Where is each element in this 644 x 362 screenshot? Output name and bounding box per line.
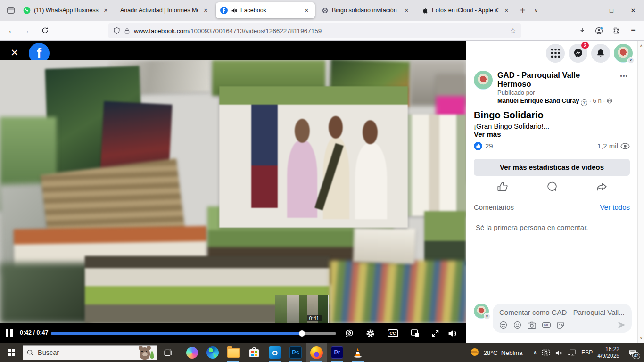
taskbar-copilot[interactable] (182, 343, 202, 362)
tab-icloud[interactable]: Fotos en iCloud - Apple iClou ✕ (417, 2, 515, 18)
taskbar-clock[interactable]: 16:22 4/9/2025 (597, 346, 619, 359)
scroll-down-icon[interactable]: ∨ (638, 336, 644, 340)
downloads-button[interactable] (575, 23, 590, 38)
tray-volume-icon[interactable] (555, 349, 563, 356)
seek-handle[interactable] (299, 330, 305, 337)
theater-close-icon[interactable]: ✕ (10, 47, 19, 58)
apps-menu-button[interactable] (546, 44, 565, 63)
tab-close-icon[interactable]: ✕ (403, 7, 411, 15)
taskbar-firefox[interactable] (306, 343, 327, 362)
url-bar[interactable]: www.facebook.com/100093700164713/videos/… (108, 23, 521, 38)
tab-list-dropdown[interactable]: ∨ (530, 7, 543, 14)
lock-icon[interactable] (124, 27, 130, 34)
video-stats-button[interactable]: Ver más estadísticas de videos (474, 159, 630, 176)
fullscreen-icon[interactable] (429, 327, 442, 339)
tray-expand-icon[interactable]: ∧ (533, 349, 537, 356)
tab-facebook-active[interactable]: Facebook ✕ (216, 2, 315, 18)
comment-button[interactable] (546, 181, 558, 193)
like-button[interactable] (496, 181, 509, 193)
volume-icon[interactable] (446, 327, 459, 339)
messenger-button[interactable]: 2 (569, 44, 587, 63)
composer-avatar[interactable]: ∨ (474, 304, 489, 319)
scroll-up-icon[interactable]: ∧ (638, 43, 644, 48)
screen-record-icon[interactable] (542, 349, 550, 356)
tab-audio-icon[interactable] (231, 8, 237, 14)
gif-icon[interactable]: GIF (542, 322, 551, 328)
hide-comments-icon[interactable] (343, 327, 356, 339)
video-frame[interactable] (0, 60, 466, 323)
menu-button[interactable]: ≡ (626, 23, 641, 38)
post-byline: Manuel Enrique Band Curay ? · 6 h · (497, 97, 613, 106)
comment-composer: ∨ Comentar como GAD - Parroquial Vall...… (466, 304, 637, 343)
shield-icon[interactable] (113, 27, 120, 34)
comment-input[interactable]: Comentar como GAD - Parroquial Vall... G… (493, 304, 632, 333)
send-comment-icon[interactable] (617, 321, 626, 329)
picture-in-picture-icon[interactable] (409, 327, 422, 339)
notifications-button[interactable] (591, 44, 610, 63)
search-highlight-bear-image[interactable] (138, 346, 154, 360)
reload-button[interactable] (38, 24, 52, 38)
captions-icon[interactable]: CC (386, 327, 399, 339)
taskbar-premiere[interactable]: Pr (327, 343, 347, 362)
like-count[interactable]: 29 (485, 142, 493, 150)
seek-bar[interactable] (51, 332, 336, 335)
author-name[interactable]: Manuel Enrique Band Curay (497, 97, 579, 104)
page-avatar[interactable] (474, 71, 493, 90)
extensions-icon[interactable] (609, 23, 624, 38)
see-more-link[interactable]: Ver más (474, 130, 630, 138)
settings-gear-icon[interactable] (363, 327, 377, 339)
keyboard-language[interactable]: ESP (581, 349, 593, 356)
account-button[interactable] (591, 23, 606, 38)
share-button[interactable] (595, 181, 608, 193)
view-count: 1,2 mil (597, 142, 618, 150)
post-options-icon[interactable]: ••• (618, 71, 630, 106)
taskbar-search-input[interactable]: Buscar (23, 345, 157, 360)
collage-photo (219, 86, 408, 228)
tab-close-icon[interactable]: ✕ (503, 7, 511, 15)
taskbar-file-explorer[interactable] (223, 343, 244, 362)
taskbar-photoshop[interactable]: Ps (285, 343, 306, 362)
post-age[interactable]: 6 h (593, 97, 602, 104)
collage-figure (251, 165, 278, 208)
tab-close-icon[interactable]: ✕ (303, 7, 311, 15)
tab-informes[interactable]: Añadir Actividad | Informes Mens ✕ (116, 2, 214, 18)
apple-icon (421, 7, 429, 14)
network-icon[interactable] (568, 349, 577, 356)
url-text[interactable]: www.facebook.com/100093700164713/videos/… (134, 27, 506, 34)
page-name[interactable]: GAD - Parroquial Valle Hermoso (497, 71, 613, 89)
tab-bingo[interactable]: Bingo solidario invitación ✕ (317, 2, 415, 18)
tab-title: Fotos en iCloud - Apple iClou (432, 7, 499, 14)
new-tab-button[interactable]: + (516, 5, 530, 16)
see-all-comments-link[interactable]: Ver todos (600, 203, 630, 211)
bookmark-star-icon[interactable]: ☆ (510, 26, 516, 35)
tab-close-icon[interactable]: ✕ (102, 7, 110, 15)
back-button[interactable]: ← (5, 24, 19, 38)
task-view-button[interactable] (157, 343, 178, 362)
taskbar-weather[interactable]: 28°C Neblina (469, 347, 523, 358)
account-avatar[interactable]: ∨ (614, 44, 633, 63)
clock-time: 16:22 (597, 346, 619, 353)
window-close-button[interactable]: ✕ (622, 0, 644, 21)
taskbar-store[interactable] (244, 343, 264, 362)
taskbar-vlc[interactable] (347, 343, 368, 362)
emoji-icon[interactable] (513, 321, 521, 329)
sticker-icon[interactable] (557, 321, 564, 329)
tab-close-icon[interactable]: ✕ (202, 7, 210, 15)
pause-button[interactable] (6, 329, 14, 337)
camera-icon[interactable] (528, 321, 536, 329)
window-maximize-button[interactable]: □ (601, 0, 622, 21)
taskbar-edge[interactable] (202, 343, 223, 362)
avatar-sticker-icon[interactable] (499, 321, 507, 329)
tab-whatsapp[interactable]: (11) WhatsApp Business ✕ (19, 2, 114, 18)
like-reaction-icon[interactable] (474, 142, 482, 150)
forward-button[interactable]: → (19, 24, 33, 38)
collage-figure (251, 105, 278, 170)
page-scrollbar[interactable]: ∧ ∨ (637, 41, 644, 343)
start-button[interactable] (0, 343, 23, 362)
firefox-view-button[interactable] (4, 3, 18, 17)
taskbar-outlook[interactable]: O (264, 343, 285, 362)
clock-date: 4/9/2025 (597, 353, 619, 359)
search-icon (27, 349, 34, 356)
window-minimize-button[interactable]: – (579, 0, 601, 21)
action-center-button[interactable]: 42 (624, 343, 640, 362)
